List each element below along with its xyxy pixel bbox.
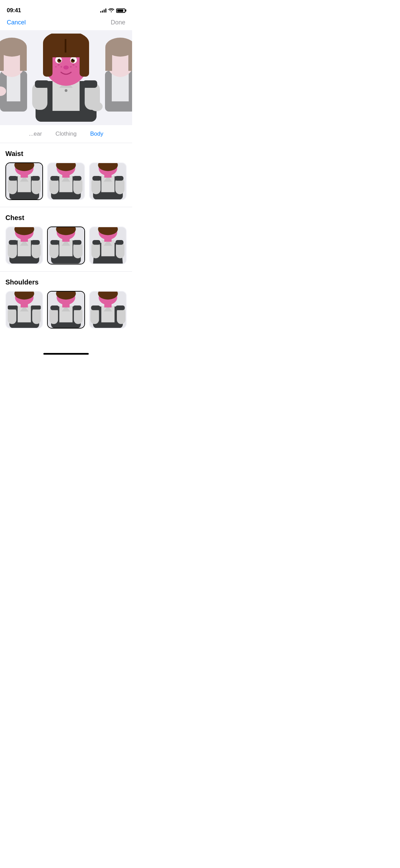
shoulders-option-3[interactable]	[89, 291, 127, 329]
svg-rect-4	[0, 47, 4, 71]
waist-option-1[interactable]	[5, 162, 43, 200]
signal-icon	[100, 8, 106, 13]
svg-rect-106	[8, 307, 16, 324]
waist-thumb-2	[48, 163, 84, 199]
svg-rect-119	[73, 305, 81, 310]
svg-rect-118	[50, 305, 59, 310]
svg-rect-36	[65, 39, 66, 53]
svg-rect-128	[91, 305, 100, 310]
svg-point-37	[90, 102, 103, 111]
svg-point-27	[60, 59, 61, 60]
chest-option-1[interactable]	[5, 226, 43, 264]
home-indicator	[43, 353, 89, 355]
svg-point-23	[63, 65, 69, 70]
svg-point-22	[76, 66, 77, 67]
wifi-icon	[108, 8, 114, 13]
cancel-button[interactable]: Cancel	[7, 19, 26, 26]
svg-point-21	[70, 66, 72, 68]
svg-point-10	[65, 89, 67, 92]
content: Waist	[0, 143, 132, 349]
waist-section: Waist	[0, 143, 132, 207]
svg-rect-49	[9, 176, 17, 181]
chest-section: Chest	[0, 207, 132, 271]
tabs: ...ear Clothing Body	[0, 125, 132, 143]
svg-rect-5	[20, 47, 27, 71]
svg-rect-50	[31, 176, 40, 181]
tab-body[interactable]: Body	[90, 131, 103, 139]
svg-rect-14	[83, 80, 97, 88]
shoulders-option-2[interactable]	[47, 291, 85, 329]
svg-rect-89	[50, 240, 59, 245]
status-bar: 09:41	[0, 0, 132, 16]
waist-title: Waist	[5, 150, 127, 158]
shoulders-option-1[interactable]	[5, 291, 43, 329]
waist-option-2[interactable]	[47, 162, 85, 200]
chest-thumb-3	[90, 227, 126, 263]
shoulders-options	[5, 291, 127, 335]
waist-thumb-1	[6, 163, 42, 199]
status-time: 09:41	[7, 7, 21, 14]
svg-rect-70	[115, 176, 123, 181]
avatar-preview	[0, 30, 132, 125]
svg-rect-80	[31, 240, 40, 245]
svg-rect-108	[8, 305, 18, 310]
svg-rect-107	[32, 307, 41, 324]
tab-clothing[interactable]: Clothing	[56, 131, 77, 139]
svg-rect-99	[115, 240, 123, 245]
shoulders-thumb-3	[90, 292, 126, 328]
svg-rect-59	[50, 176, 59, 181]
svg-rect-43	[128, 47, 132, 71]
chest-option-2[interactable]	[47, 226, 85, 264]
svg-rect-69	[92, 176, 101, 181]
svg-point-20	[72, 64, 75, 66]
battery-icon	[116, 8, 125, 13]
tab-headwear[interactable]: ...ear	[29, 131, 42, 139]
svg-rect-90	[73, 240, 81, 245]
svg-rect-60	[73, 176, 81, 181]
svg-rect-79	[9, 240, 17, 245]
svg-point-19	[55, 66, 57, 67]
chest-thumb-2	[48, 227, 84, 263]
shoulders-section: Shoulders	[0, 272, 132, 335]
svg-point-18	[61, 66, 62, 68]
avatar-right	[98, 37, 132, 112]
nav-bar: Cancel Done	[0, 16, 132, 30]
status-icons	[100, 8, 125, 13]
svg-rect-42	[105, 47, 112, 71]
waist-thumb-3	[90, 163, 126, 199]
chest-options	[5, 226, 127, 271]
waist-option-3[interactable]	[89, 162, 127, 200]
svg-rect-129	[115, 305, 125, 310]
waist-options	[5, 162, 127, 207]
svg-rect-109	[31, 305, 41, 310]
done-button[interactable]: Done	[111, 19, 125, 26]
chest-option-3[interactable]	[89, 226, 127, 264]
svg-point-17	[58, 64, 60, 66]
chest-thumb-1	[6, 227, 42, 263]
svg-point-31	[73, 59, 75, 60]
shoulders-thumb-2	[48, 292, 84, 328]
shoulders-title: Shoulders	[5, 278, 127, 286]
shoulders-thumb-1	[6, 292, 42, 328]
chest-title: Chest	[5, 214, 127, 222]
svg-rect-13	[35, 80, 49, 88]
svg-rect-98	[92, 240, 100, 245]
avatar-main	[29, 34, 103, 122]
